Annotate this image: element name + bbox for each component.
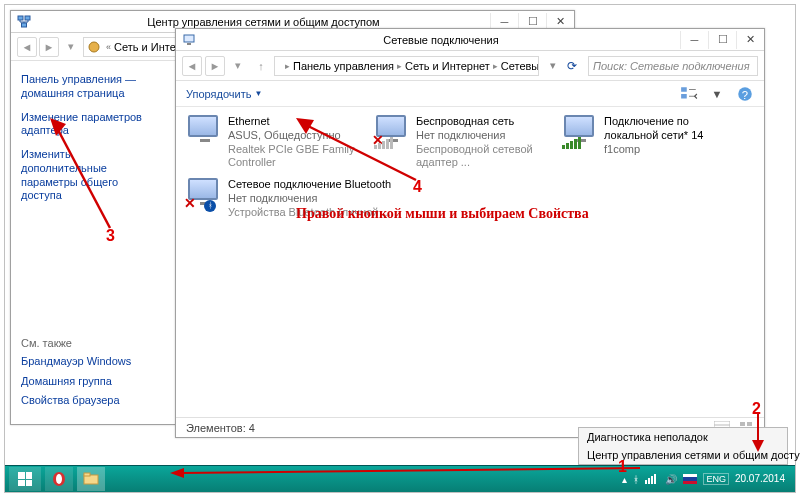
svg-rect-4 bbox=[184, 35, 194, 42]
taskbar[interactable]: ▴ ᚼ 🔊 ENG 20.07.2014 bbox=[5, 465, 795, 492]
svg-rect-8 bbox=[681, 94, 687, 99]
view-options-button[interactable] bbox=[680, 86, 698, 102]
window-title: Центр управления сетями и общим доступом bbox=[37, 16, 490, 28]
network-center-icon bbox=[17, 15, 31, 29]
svg-rect-22 bbox=[651, 476, 653, 484]
search-input[interactable]: Поиск: Сетевые подключения bbox=[588, 56, 758, 76]
search-placeholder: Поиск: Сетевые подключения bbox=[593, 60, 750, 72]
connection-local-area[interactable]: Подключение по локальной сети* 14 f1comp bbox=[562, 115, 740, 170]
content-area[interactable]: Ethernet ASUS, Общедоступно Realtek PCIe… bbox=[176, 107, 764, 417]
connection-status: f1comp bbox=[604, 143, 740, 157]
breadcrumb[interactable]: ▸ Панель управления ▸ Сеть и Интернет ▸ … bbox=[274, 56, 539, 76]
dropdown-button[interactable]: ▾ bbox=[542, 59, 564, 72]
connection-device: Беспроводной сетевой адаптер ... bbox=[416, 143, 552, 171]
tray-clock[interactable]: 20.07.2014 bbox=[735, 474, 785, 484]
svg-point-3 bbox=[89, 42, 99, 52]
link-homegroup[interactable]: Домашняя группа bbox=[21, 375, 156, 389]
svg-text:?: ? bbox=[742, 88, 748, 100]
connection-ethernet[interactable]: Ethernet ASUS, Общедоступно Realtek PCIe… bbox=[186, 115, 364, 170]
close-button[interactable]: ✕ bbox=[736, 31, 764, 49]
crumb[interactable]: Сетевые подключения bbox=[501, 60, 539, 72]
connection-name: Ethernet bbox=[228, 115, 364, 129]
organize-label: Упорядочить bbox=[186, 88, 251, 100]
window-network-connections: Сетевые подключения ─ ☐ ✕ ◄ ► ▾ ↑ ▸ Пане… bbox=[175, 28, 765, 438]
ethernet-icon bbox=[186, 115, 222, 149]
start-button[interactable] bbox=[9, 467, 41, 491]
tray-flag-icon[interactable] bbox=[683, 474, 697, 484]
forward-button[interactable]: ► bbox=[39, 37, 59, 57]
tray-up-icon[interactable]: ▴ bbox=[622, 474, 627, 485]
svg-rect-0 bbox=[18, 16, 23, 20]
tray-network-icon[interactable] bbox=[645, 472, 659, 486]
connection-device: Устройства Bluetooth (личной ... bbox=[228, 206, 391, 220]
view-dropdown[interactable]: ▼ bbox=[708, 86, 726, 102]
refresh-button[interactable]: ⟳ bbox=[567, 59, 585, 73]
connection-name: Подключение по локальной сети* 14 bbox=[604, 115, 740, 143]
connection-status: Нет подключения bbox=[416, 129, 552, 143]
window-title: Сетевые подключения bbox=[202, 34, 680, 46]
taskbar-item-opera[interactable] bbox=[45, 467, 73, 491]
back-button[interactable]: ◄ bbox=[17, 37, 37, 57]
svg-rect-19 bbox=[84, 473, 90, 476]
back-button[interactable]: ◄ bbox=[182, 56, 202, 76]
bluetooth-icon: ✕ ᚼ bbox=[186, 178, 222, 212]
tray-volume-icon[interactable]: 🔊 bbox=[665, 474, 677, 485]
clock-date: 20.07.2014 bbox=[735, 474, 785, 484]
connection-status: Нет подключения bbox=[228, 192, 391, 206]
svg-rect-21 bbox=[648, 478, 650, 484]
link-internet-options[interactable]: Свойства браузера bbox=[21, 394, 156, 408]
address-bar: ◄ ► ▾ ↑ ▸ Панель управления ▸ Сеть и Инт… bbox=[176, 51, 764, 81]
link-control-panel-home[interactable]: Панель управления — домашняя страница bbox=[21, 73, 156, 101]
tray-language[interactable]: ENG bbox=[703, 473, 729, 485]
tray-context-menu: Диагностика неполадок Центр управления с… bbox=[578, 427, 788, 465]
history-dropdown[interactable]: ▾ bbox=[228, 56, 248, 76]
connection-wifi[interactable]: ✕ Беспроводная сеть Нет подключения Бесп… bbox=[374, 115, 552, 170]
svg-rect-23 bbox=[654, 474, 656, 484]
taskbar-item-explorer[interactable] bbox=[77, 467, 105, 491]
see-also: См. также Брандмауэр Windows Домашняя гр… bbox=[21, 337, 156, 414]
system-tray: ▴ ᚼ 🔊 ENG 20.07.2014 bbox=[622, 472, 791, 486]
local-area-icon bbox=[562, 115, 598, 149]
titlebar[interactable]: Сетевые подключения ─ ☐ ✕ bbox=[176, 29, 764, 51]
svg-rect-7 bbox=[681, 87, 687, 92]
connection-device: Realtek PCIe GBE Family Controller bbox=[228, 143, 364, 171]
maximize-button[interactable]: ☐ bbox=[708, 31, 736, 49]
crumb[interactable]: Панель управления bbox=[293, 60, 394, 72]
link-advanced-sharing[interactable]: Изменить дополнительные параметры общего… bbox=[21, 148, 156, 203]
menu-item-diagnose[interactable]: Диагностика неполадок bbox=[579, 428, 787, 446]
connection-name: Сетевое подключение Bluetooth bbox=[228, 178, 391, 192]
connection-bluetooth[interactable]: ✕ ᚼ Сетевое подключение Bluetooth Нет по… bbox=[186, 178, 396, 219]
menu-item-network-center[interactable]: Центр управления сетями и общим доступом bbox=[579, 446, 787, 464]
organize-button[interactable]: Упорядочить ▼ bbox=[186, 88, 262, 100]
svg-rect-20 bbox=[645, 480, 647, 484]
connections-icon bbox=[182, 33, 196, 47]
svg-point-17 bbox=[56, 474, 62, 484]
tray-bluetooth-icon[interactable]: ᚼ bbox=[633, 474, 639, 485]
svg-rect-12 bbox=[740, 422, 745, 426]
crumb[interactable]: Сеть и Интернет bbox=[405, 60, 490, 72]
side-panel: Панель управления — домашняя страница Из… bbox=[11, 63, 166, 424]
connection-status: ASUS, Общедоступно bbox=[228, 129, 364, 143]
history-dropdown[interactable]: ▾ bbox=[61, 37, 81, 57]
toolbar: Упорядочить ▼ ▼ ? bbox=[176, 81, 764, 107]
minimize-button[interactable]: ─ bbox=[680, 31, 708, 49]
link-windows-firewall[interactable]: Брандмауэр Windows bbox=[21, 355, 156, 369]
svg-rect-5 bbox=[187, 43, 191, 45]
up-button[interactable]: ↑ bbox=[251, 56, 271, 76]
help-button[interactable]: ? bbox=[736, 86, 754, 102]
see-also-label: См. также bbox=[21, 337, 156, 349]
network-icon bbox=[88, 41, 100, 53]
link-change-adapter-settings[interactable]: Изменение параметров адаптера bbox=[21, 111, 156, 139]
wifi-icon: ✕ bbox=[374, 115, 410, 149]
svg-rect-2 bbox=[22, 23, 27, 27]
svg-rect-13 bbox=[747, 422, 752, 426]
item-count: Элементов: 4 bbox=[186, 422, 255, 434]
connection-name: Беспроводная сеть bbox=[416, 115, 552, 129]
svg-rect-1 bbox=[25, 16, 30, 20]
chevron-down-icon: ▼ bbox=[254, 89, 262, 98]
forward-button[interactable]: ► bbox=[205, 56, 225, 76]
